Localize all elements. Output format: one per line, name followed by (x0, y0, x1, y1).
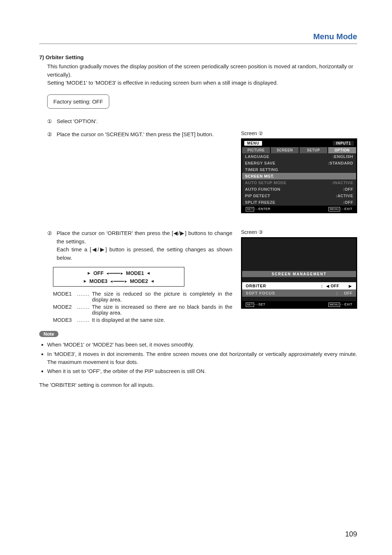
osd2-item-label: AUTO FUNCTION (245, 187, 343, 191)
osd2-item: PIP DETECT:ACTIVE (242, 193, 356, 199)
osd2-item: AUTO SETUP MODE:INACTIVE (242, 179, 356, 186)
osd-screen-2: MENU INPUT1 PICTURE SCREEN SETUP OPTION … (241, 138, 357, 213)
step-3-text-1: Place the cursor on 'ORBITER' then press… (57, 229, 232, 246)
cycle-mode2: MODE2 (130, 278, 148, 284)
set-key-icon: SET (246, 207, 254, 211)
arrow-icon: ► (87, 271, 91, 276)
step-3-block: ② Place the cursor on 'ORBITER' then pre… (39, 229, 357, 324)
mode-def-row: MODE1.......The size is reduced so the p… (53, 291, 232, 303)
step-3-text-2: Each time a [◀/▶] button is pressed, the… (57, 246, 232, 262)
right-arrow-icon: ▶ (349, 284, 352, 288)
osd2-tab-setup: SETUP (299, 147, 328, 153)
note-badge: Note (39, 331, 58, 337)
mode-def-row: MODE3.......It is displayed at the same … (53, 317, 232, 323)
osd2-item-label: SCREEN MGT. (245, 174, 353, 178)
osd3-blank-area (242, 238, 356, 271)
screen-3-label: Screen ③ (241, 229, 357, 235)
osd2-tab-screen: SCREEN (271, 147, 299, 153)
arrow-icon: ► (83, 279, 87, 284)
section-title: Orbiter Setting (46, 54, 84, 60)
osd-screen-3: SCREEN MANAGEMENT ORBITER : ◀ OFF ▶ SOFT… (241, 237, 357, 309)
osd3-orbiter-label: ORBITER (246, 284, 321, 288)
step-2-text: Place the cursor on 'SCREEN MGT.' then p… (57, 130, 232, 139)
cycle-off: OFF (93, 270, 103, 276)
step-1-text: Select 'OPTION'. (57, 117, 357, 126)
osd2-item: TIMER SETTING (242, 166, 356, 173)
note-list: When 'MODE1' or 'MODE2' has been set, it… (41, 341, 357, 375)
mode-desc: The size is increased so there are no bl… (92, 304, 232, 316)
arrow-icon: ◄━━━━━► (106, 271, 124, 275)
step-3-body: Place the cursor on 'ORBITER' then press… (57, 229, 232, 262)
osd2-item-value: :INACTIVE (332, 181, 354, 185)
osd2-item-label: LANGUAGE (245, 154, 332, 159)
osd3-foot-left: SET····SET (246, 303, 265, 307)
dots: ....... (77, 317, 90, 323)
step-2-block: ② Place the cursor on 'SCREEN MGT.' then… (39, 130, 357, 213)
section-heading: 7) Orbiter Setting (39, 54, 357, 60)
arrow-icon: ◄━━━━━► (110, 279, 128, 283)
note-item: When it is set to 'OFF', the orbiter of … (47, 367, 357, 375)
osd2-menu-pill: MENU (244, 141, 262, 146)
osd2-item-value: :STANDARD (328, 161, 353, 165)
osd2-item: AUTO FUNCTION:OFF (242, 186, 356, 193)
osd2-item-label: ENERGY SAVE (245, 161, 328, 165)
arrow-icon: ◄ (146, 271, 151, 276)
page-number: 109 (345, 530, 357, 538)
osd2-item-label: SPLIT FREEZE (245, 200, 343, 204)
osd3-row-orbiter: ORBITER : ◀ OFF ▶ (242, 282, 356, 289)
osd2-footer: SET····ENTER MENU····EXIT (242, 206, 356, 212)
screen-2-label: Screen ② (241, 130, 357, 136)
note-item: When 'MODE1' or 'MODE2' has been set, it… (47, 341, 357, 349)
osd2-item-value: :ENGLISH (332, 154, 353, 159)
osd3-title: SCREEN MANAGEMENT (242, 271, 356, 277)
step-2-number: ② (47, 130, 54, 139)
menu-key-icon: MENU (328, 303, 340, 307)
osd2-item: SCREEN MGT. (242, 173, 356, 179)
page: Menu Mode 7) Orbiter Setting This functi… (0, 0, 392, 555)
cycle-mode1: MODE1 (126, 270, 144, 276)
step-1-number: ① (47, 117, 54, 126)
osd2-input-pill: INPUT1 (333, 141, 354, 146)
osd2-item-label: AUTO SETUP MODE (245, 181, 332, 185)
osd2-item-value: :OFF (343, 200, 353, 204)
step-3-number: ② (47, 229, 54, 262)
osd2-foot-left: SET····ENTER (246, 207, 270, 211)
set-key-icon: SET (246, 303, 254, 307)
mode-name: MODE1 (53, 291, 75, 303)
osd2-tab-option: OPTION (328, 147, 356, 153)
intro-paragraph-2: Setting 'MODE1' to 'MODE3' is effective … (47, 79, 357, 87)
osd3-footer: SET····SET MENU····EXIT (242, 301, 356, 308)
mode-definitions: MODE1.......The size is reduced so the p… (53, 291, 232, 323)
mode-desc: The size is reduced so the picture is co… (92, 291, 232, 303)
osd2-header: MENU INPUT1 (242, 139, 356, 147)
osd2-item-label: TIMER SETTING (245, 167, 353, 172)
mode-desc: It is displayed at the same size. (92, 317, 232, 323)
arrow-icon: ◄ (150, 279, 155, 284)
osd2-item: LANGUAGE:ENGLISH (242, 153, 356, 160)
osd2-item-value: :ACTIVE (336, 194, 354, 198)
osd3-row-softfocus: SOFT FOCUS : OFF (242, 289, 356, 297)
osd2-item-value: :OFF (343, 187, 353, 191)
mode-name: MODE3 (53, 317, 75, 323)
osd3-softfocus-label: SOFT FOCUS (246, 291, 336, 295)
dots: ....... (77, 291, 90, 303)
step-2: ② Place the cursor on 'SCREEN MGT.' then… (47, 130, 232, 139)
intro-paragraph-1: This function gradually moves the displa… (47, 62, 357, 79)
factory-setting-box: Factory setting: OFF (47, 94, 109, 109)
mode-name: MODE2 (53, 304, 75, 316)
osd2-tab-picture: PICTURE (242, 147, 271, 153)
cycle-mode3: MODE3 (89, 278, 107, 284)
left-arrow-icon: ◀ (326, 284, 330, 288)
menu-key-icon: MENU (328, 207, 340, 211)
osd2-item: SPLIT FREEZE:OFF (242, 199, 356, 206)
osd2-items: LANGUAGE:ENGLISHENERGY SAVE:STANDARDTIME… (242, 153, 356, 206)
dots: ....... (77, 304, 90, 316)
colon: : (321, 284, 326, 288)
final-line: The 'ORBITER' setting is common for all … (39, 382, 357, 388)
osd2-foot-right: MENU····EXIT (328, 207, 352, 211)
step-1: ① Select 'OPTION'. (47, 117, 357, 126)
section-number: 7) (39, 54, 44, 60)
osd3-softfocus-value: OFF (341, 291, 352, 295)
colon: : (336, 291, 341, 295)
osd2-item: ENERGY SAVE:STANDARD (242, 160, 356, 166)
